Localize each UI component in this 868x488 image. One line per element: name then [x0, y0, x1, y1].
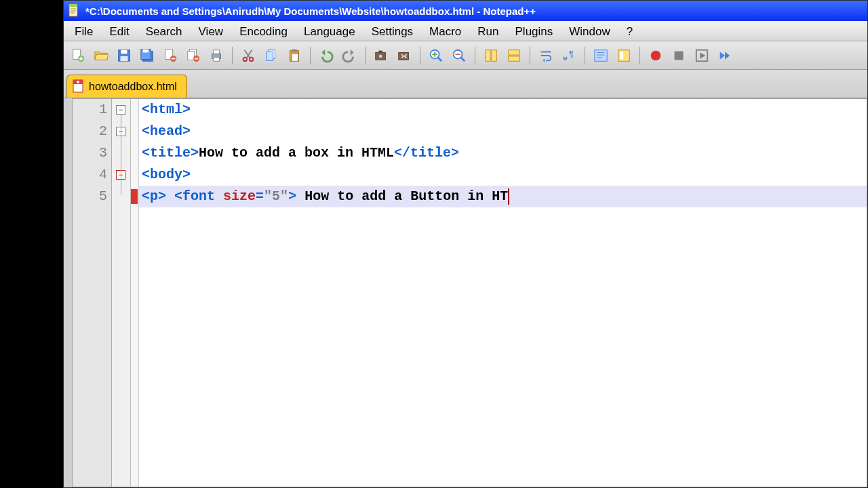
svg-rect-21 — [267, 52, 273, 60]
app-icon — [68, 3, 80, 18]
svg-rect-6 — [121, 56, 128, 60]
line-number-gutter: 12345 — [73, 99, 112, 487]
code-line[interactable]: <p> <font size="5"> How to add a Button … — [139, 186, 867, 207]
menu-run[interactable]: Run — [469, 21, 507, 41]
replace-icon[interactable] — [394, 45, 414, 66]
sync-v-icon[interactable] — [481, 45, 501, 66]
undo-icon[interactable] — [316, 45, 336, 66]
close-all-icon[interactable] — [183, 45, 203, 66]
menu-help[interactable]: ? — [618, 21, 641, 41]
toolbar-separator — [639, 47, 640, 64]
zoom-in-icon[interactable] — [426, 45, 446, 66]
menu-search[interactable]: Search — [138, 21, 191, 41]
svg-rect-34 — [509, 56, 520, 60]
menu-plugins[interactable]: Plugins — [507, 21, 561, 41]
svg-rect-5 — [121, 49, 127, 54]
menu-encoding[interactable]: Encoding — [231, 21, 296, 41]
editor[interactable]: 12345 <html><head><title>How to add a bo… — [72, 98, 867, 487]
bookmark-icon — [131, 189, 138, 204]
svg-rect-37 — [618, 49, 630, 61]
doc-map-icon[interactable] — [614, 45, 634, 66]
svg-rect-24 — [292, 54, 298, 61]
svg-rect-38 — [620, 52, 624, 59]
svg-rect-1 — [69, 4, 77, 7]
copy-icon[interactable] — [261, 45, 281, 66]
toolbar-separator — [365, 47, 366, 64]
fold-gutter[interactable] — [112, 99, 131, 487]
save-all-icon[interactable] — [137, 45, 157, 66]
code-area[interactable]: <html><head><title>How to add a box in H… — [139, 99, 867, 487]
line-number: 5 — [73, 186, 107, 207]
code-line[interactable]: <head> — [139, 121, 867, 142]
svg-rect-27 — [378, 50, 382, 52]
indent-guide-icon[interactable] — [591, 45, 611, 66]
svg-point-44 — [77, 81, 79, 83]
code-line[interactable]: <body> — [139, 164, 867, 186]
svg-text:¶: ¶ — [569, 48, 574, 58]
stop-macro-icon[interactable] — [669, 45, 689, 66]
zoom-out-icon[interactable] — [449, 45, 469, 66]
find-icon[interactable] — [371, 45, 391, 66]
toolbar: ¶ — [64, 41, 867, 70]
svg-rect-40 — [675, 51, 684, 60]
paste-icon[interactable] — [284, 45, 304, 66]
svg-rect-32 — [492, 49, 496, 61]
code-line[interactable]: <title>How to add a box in HTML</title> — [139, 142, 867, 164]
line-number: 3 — [73, 142, 107, 164]
fold-toggle-icon[interactable] — [116, 105, 125, 115]
svg-point-39 — [651, 50, 661, 60]
print-icon[interactable] — [206, 45, 226, 66]
save-icon[interactable] — [114, 45, 134, 66]
menu-settings[interactable]: Settings — [363, 21, 421, 41]
titlebar[interactable]: *C:\Documents and Settings\Anirudh\My Do… — [64, 1, 867, 21]
toolbar-separator — [310, 47, 311, 64]
fast-macro-icon[interactable] — [715, 45, 735, 66]
code-line[interactable]: <html> — [139, 99, 867, 121]
svg-rect-33 — [509, 49, 520, 54]
toolbar-separator — [530, 47, 530, 64]
menu-language[interactable]: Language — [296, 21, 363, 41]
svg-rect-31 — [486, 49, 490, 61]
toolbar-separator — [232, 47, 233, 64]
toolbar-separator — [585, 47, 585, 64]
svg-rect-36 — [595, 49, 607, 61]
whitespace-icon[interactable]: ¶ — [559, 45, 579, 66]
tab-file-active[interactable]: howtoaddbox.html — [66, 75, 187, 98]
line-number: 4 — [73, 164, 107, 186]
file-icon — [73, 79, 85, 94]
line-number: 1 — [73, 99, 107, 121]
redo-icon[interactable] — [339, 45, 359, 66]
svg-rect-16 — [213, 49, 219, 54]
svg-rect-9 — [143, 49, 149, 52]
line-number: 2 — [73, 121, 107, 142]
svg-point-26 — [378, 54, 382, 58]
svg-rect-23 — [292, 49, 296, 52]
sync-h-icon[interactable] — [504, 45, 524, 66]
record-macro-icon[interactable] — [646, 45, 666, 66]
close-icon[interactable] — [160, 45, 180, 66]
text-caret — [508, 188, 509, 205]
app-window: *C:\Documents and Settings\Anirudh\My Do… — [63, 0, 868, 488]
window-title: *C:\Documents and Settings\Anirudh\My Do… — [85, 5, 536, 17]
wrap-icon[interactable] — [536, 45, 556, 66]
toolbar-separator — [420, 47, 420, 64]
bookmark-gutter — [131, 99, 139, 487]
svg-rect-17 — [213, 57, 219, 61]
play-macro-icon[interactable] — [692, 45, 712, 66]
menubar: File Edit Search View Encoding Language … — [64, 21, 867, 41]
cut-icon[interactable] — [238, 45, 258, 66]
menu-window[interactable]: Window — [561, 21, 618, 41]
new-file-icon[interactable] — [68, 45, 88, 66]
toolbar-separator — [475, 47, 475, 64]
menu-macro[interactable]: Macro — [421, 21, 469, 41]
open-file-icon[interactable] — [91, 45, 111, 66]
menu-edit[interactable]: Edit — [101, 21, 137, 41]
tab-label: howtoaddbox.html — [89, 81, 177, 93]
menu-view[interactable]: View — [191, 21, 232, 41]
tabstrip: howtoaddbox.html — [64, 70, 867, 98]
menu-file[interactable]: File — [66, 21, 101, 41]
